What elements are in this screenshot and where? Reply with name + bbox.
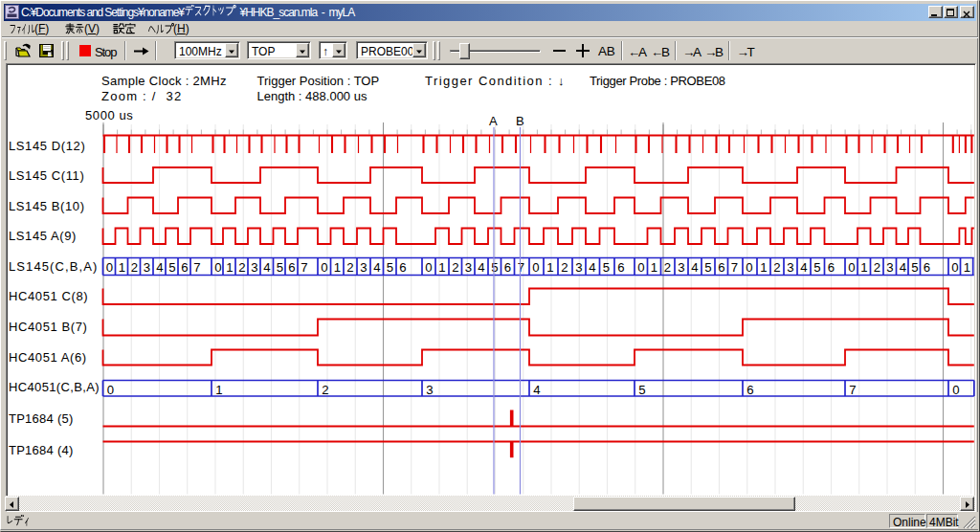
svg-text:7: 7 [849,383,856,397]
svg-text:4: 4 [263,260,270,275]
svg-text:2: 2 [238,260,245,275]
svg-text:0: 0 [532,260,539,275]
svg-text:2: 2 [561,260,568,275]
svg-text:4: 4 [156,260,163,275]
svg-text:1: 1 [215,383,222,397]
svg-text:2: 2 [664,260,671,275]
svg-text:4: 4 [478,260,484,275]
svg-text:3: 3 [144,260,150,275]
svg-text:3: 3 [360,260,367,275]
svg-text:0: 0 [637,260,644,275]
svg-text:2: 2 [452,260,458,275]
svg-text:4: 4 [589,260,595,275]
svg-text:5: 5 [277,260,283,275]
svg-text:7: 7 [301,260,307,275]
svg-text:6: 6 [399,260,406,275]
svg-text:3: 3 [678,260,684,275]
svg-text:3: 3 [465,260,472,275]
svg-text:1: 1 [438,260,445,275]
svg-text:6: 6 [181,260,188,275]
svg-text:7: 7 [193,260,200,275]
svg-text:5: 5 [168,260,175,275]
svg-text:4: 4 [900,260,906,275]
svg-text:1: 1 [334,260,341,275]
svg-text:2: 2 [131,260,138,275]
svg-text:2: 2 [773,260,780,275]
svg-text:3: 3 [426,383,433,397]
svg-text:4: 4 [373,260,380,275]
svg-text:6: 6 [718,260,724,275]
svg-text:6: 6 [828,260,835,275]
svg-text:0: 0 [951,260,958,275]
svg-text:2: 2 [346,260,353,275]
svg-text:6: 6 [924,260,930,275]
svg-text:4: 4 [800,260,807,275]
svg-text:4: 4 [533,383,540,397]
svg-text:1: 1 [226,260,233,275]
svg-text:3: 3 [787,260,793,275]
svg-text:7: 7 [518,260,524,275]
svg-text:5: 5 [911,260,918,275]
svg-text:6: 6 [617,260,624,275]
svg-text:7: 7 [731,260,738,275]
svg-text:2: 2 [322,383,328,397]
svg-text:0: 0 [952,383,959,397]
svg-text:0: 0 [321,260,327,275]
svg-text:3: 3 [251,260,257,275]
svg-text:4: 4 [691,260,698,275]
svg-text:6: 6 [746,383,753,397]
svg-text:6: 6 [288,260,295,275]
svg-text:2: 2 [874,260,880,275]
svg-text:5: 5 [387,260,393,275]
svg-text:1: 1 [119,260,125,275]
svg-text:5: 5 [704,260,711,275]
svg-text:1: 1 [860,260,867,275]
svg-text:5: 5 [813,260,820,275]
svg-text:0: 0 [106,260,113,275]
svg-text:3: 3 [886,260,893,275]
svg-text:0: 0 [214,260,221,275]
svg-text:3: 3 [575,260,582,275]
svg-text:0: 0 [107,383,114,397]
svg-text:0: 0 [746,260,752,275]
svg-text:1: 1 [760,260,767,275]
svg-text:1: 1 [651,260,657,275]
svg-text:5: 5 [603,260,610,275]
svg-text:6: 6 [504,260,511,275]
svg-text:0: 0 [848,260,855,275]
svg-text:5: 5 [491,260,498,275]
svg-text:5: 5 [638,383,645,397]
svg-text:1: 1 [964,260,970,275]
svg-text:1: 1 [546,260,553,275]
svg-text:0: 0 [425,260,432,275]
